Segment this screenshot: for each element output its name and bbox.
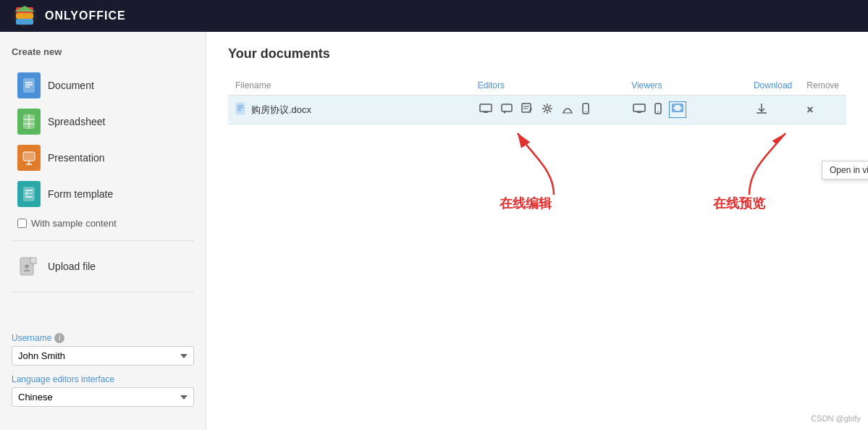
create-presentation-button[interactable]: Presentation — [12, 140, 194, 176]
create-new-title: Create new — [12, 46, 194, 57]
svg-point-45 — [657, 111, 659, 113]
desktop-editor-icon[interactable] — [478, 102, 494, 117]
svg-rect-30 — [480, 104, 492, 111]
create-spreadsheet-button[interactable]: Spreadsheet — [12, 104, 194, 140]
mobile-viewer-icon[interactable] — [653, 101, 663, 118]
documents-table: Filename Editors Viewers Download Remove — [228, 76, 846, 125]
content-area: Your documents Filename Editors Viewers … — [206, 32, 868, 430]
editors-cell — [471, 96, 624, 125]
table-header-row: Filename Editors Viewers Download Remove — [228, 76, 846, 96]
sample-content-checkbox[interactable] — [17, 219, 27, 228]
page-title: Your documents — [228, 46, 846, 62]
username-field-label: Username i — [12, 333, 194, 343]
col-header-download: Download — [746, 76, 799, 96]
fullscreen-viewer-icon[interactable] — [669, 101, 686, 118]
edit-editor-icon[interactable] — [520, 101, 534, 118]
draw-editor-icon[interactable] — [560, 101, 575, 118]
svg-rect-5 — [23, 78, 35, 93]
remove-cell: × — [799, 96, 846, 125]
divider-1 — [12, 240, 194, 241]
upload-label: Upload file — [48, 261, 96, 272]
sample-content-label[interactable]: With sample content — [31, 218, 117, 229]
sidebar: Create new Document — [0, 32, 206, 430]
sidebar-bottom: Username i John Smith Language editors i… — [12, 333, 194, 416]
svg-rect-23 — [30, 258, 36, 264]
create-form-template-button[interactable]: Form template — [12, 176, 194, 212]
username-select[interactable]: John Smith — [12, 346, 194, 366]
document-label: Document — [48, 80, 94, 91]
svg-rect-33 — [502, 104, 512, 111]
sample-content-row: With sample content — [12, 214, 194, 233]
file-type-icon — [235, 102, 245, 117]
settings-editor-icon[interactable] — [540, 101, 555, 118]
svg-rect-13 — [23, 152, 35, 161]
svg-rect-41 — [633, 104, 645, 111]
form-template-label: Form template — [48, 188, 113, 200]
logo-container: ONLYOFFICE — [12, 3, 126, 29]
spreadsheet-icon — [17, 109, 41, 135]
presentation-label: Presentation — [48, 152, 105, 164]
svg-point-40 — [585, 111, 586, 113]
file-name-text: 购房协议.docx — [251, 104, 311, 117]
language-select[interactable]: Chinese English French German Spanish — [12, 387, 194, 407]
language-field-label: Language editors interface — [12, 374, 194, 384]
upload-file-button[interactable]: Upload file — [12, 248, 194, 284]
filename-cell: 购房协议.docx — [228, 96, 471, 125]
arrow-preview-label: 在线预览 — [713, 195, 765, 212]
col-header-filename: Filename — [228, 76, 471, 96]
tooltip-fullscreen-viewer: Open in viewer for full size screens — [822, 161, 868, 180]
presentation-icon — [17, 145, 41, 171]
username-info-icon[interactable]: i — [54, 333, 64, 343]
document-icon — [17, 72, 41, 98]
mobile-editor-icon[interactable] — [581, 101, 591, 118]
svg-point-37 — [545, 107, 549, 111]
download-icon[interactable] — [754, 104, 770, 119]
download-cell — [746, 96, 799, 125]
table-row: 购房协议.docx — [228, 96, 846, 125]
arrow-preview — [728, 126, 814, 198]
remove-icon[interactable]: × — [806, 104, 813, 116]
viewer-icons — [631, 101, 739, 118]
main-layout: Create new Document — [0, 32, 868, 430]
svg-rect-17 — [23, 187, 35, 201]
file-name-container: 购房协议.docx — [235, 102, 463, 117]
logo-text: ONLYOFFICE — [45, 9, 126, 22]
spreadsheet-label: Spreadsheet — [48, 116, 105, 127]
arrow-edit — [510, 126, 597, 198]
arrow-edit-label: 在线编辑 — [500, 195, 552, 212]
divider-2 — [12, 292, 194, 292]
editor-icons — [478, 101, 617, 118]
viewers-cell — [624, 96, 746, 125]
create-document-button[interactable]: Document — [12, 67, 194, 104]
svg-rect-26 — [236, 103, 245, 114]
comment-editor-icon[interactable] — [500, 102, 514, 118]
svg-rect-3 — [16, 19, 33, 25]
col-header-editors: Editors — [471, 76, 624, 96]
onlyoffice-logo-icon — [12, 3, 38, 29]
desktop-viewer-icon[interactable] — [631, 102, 647, 117]
header: ONLYOFFICE — [0, 0, 868, 32]
col-header-viewers: Viewers — [624, 76, 746, 96]
watermark: CSDN @gblfy — [811, 414, 861, 423]
col-header-remove: Remove — [799, 76, 846, 96]
upload-icon — [17, 253, 41, 279]
form-template-icon — [17, 181, 41, 207]
svg-rect-1 — [16, 13, 33, 19]
